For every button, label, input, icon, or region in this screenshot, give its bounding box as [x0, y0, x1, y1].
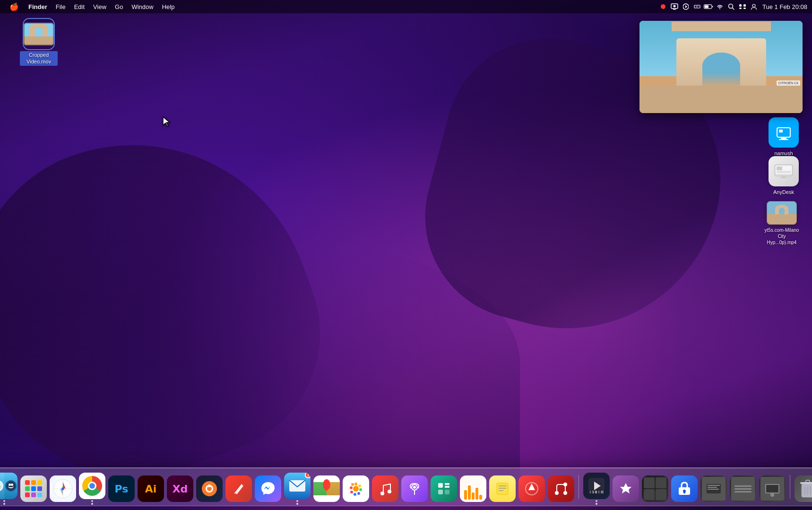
mail-icon[interactable]: 1 [284, 473, 311, 499]
notchbar-icon[interactable] [692, 2, 702, 11]
video-preview-window[interactable]: CITROËN C4 [639, 21, 803, 113]
trash-icon[interactable] [795, 475, 812, 502]
apple-menu[interactable]: 🍎 [5, 0, 24, 13]
screencontrol4-icon[interactable] [759, 475, 786, 502]
hill-decoration-center [95, 245, 520, 482]
battery-icon[interactable]: + [704, 2, 713, 11]
finder-icon[interactable] [0, 473, 17, 499]
dock-item-podcasts[interactable] [401, 475, 428, 502]
search-icon[interactable] [726, 2, 736, 11]
dock-item-activity[interactable] [460, 475, 486, 502]
svg-rect-58 [438, 490, 443, 494]
menubar-app-name[interactable]: Finder [25, 0, 51, 13]
dock-item-finder[interactable] [0, 473, 17, 502]
dock-item-proxytools[interactable] [613, 475, 639, 502]
activity-icon[interactable] [460, 475, 486, 502]
dock-item-screencontrol1[interactable] [642, 475, 668, 502]
git-icon[interactable] [548, 475, 574, 502]
dock-item-illustrator[interactable]: Ai [138, 475, 164, 502]
dock-item-safari[interactable] [50, 475, 76, 502]
photos-icon[interactable] [343, 475, 369, 502]
svg-rect-20 [777, 128, 790, 137]
maps-icon[interactable] [313, 475, 340, 502]
user-icon[interactable] [749, 2, 759, 11]
desktop-icon-anydesk[interactable]: AnyDesk [765, 156, 803, 196]
dock-item-launchpad[interactable] [20, 475, 47, 502]
svg-rect-16 [743, 4, 746, 7]
dock: Ps Ai Xd [0, 467, 812, 506]
menubar-edit[interactable]: Edit [70, 0, 88, 13]
music-icon[interactable] [372, 475, 398, 502]
dock-item-maps[interactable] [313, 475, 340, 502]
launchpad-icon[interactable] [20, 475, 47, 502]
messenger-icon[interactable] [255, 475, 281, 502]
desktop-icon-yt5s-video[interactable]: yt5s.com-Milano City Hyp...0p).mp4 [761, 201, 803, 246]
podcasts-icon[interactable] [401, 475, 428, 502]
menubar-help[interactable]: Help [158, 0, 179, 13]
dock-item-screencontrol4[interactable] [759, 475, 786, 502]
svg-rect-74 [589, 491, 591, 493]
dock-item-xd[interactable]: Xd [167, 475, 193, 502]
play-icon[interactable] [681, 2, 691, 11]
menubar-view[interactable]: View [89, 0, 110, 13]
svg-point-51 [388, 490, 391, 493]
svg-point-41 [353, 486, 359, 492]
dock-item-messenger[interactable] [255, 475, 281, 502]
notes-icon[interactable] [489, 475, 516, 502]
screencontrol3-icon[interactable] [730, 475, 756, 502]
control-center-icon[interactable] [738, 2, 747, 11]
screencontrol1-icon[interactable] [642, 475, 668, 502]
desktop-icon-namush[interactable]: namush [765, 117, 803, 157]
desktop-icon-cropped-video[interactable]: Cropped Video.mov [20, 19, 58, 66]
xd-icon[interactable]: Xd [167, 475, 193, 502]
dock-item-screencontrol3[interactable] [730, 475, 756, 502]
dock-item-git[interactable] [548, 475, 574, 502]
keychain-icon[interactable] [671, 475, 698, 502]
svg-rect-81 [683, 491, 685, 493]
chrome-inner [82, 476, 102, 496]
dock-item-keychain[interactable] [671, 475, 698, 502]
svg-point-50 [380, 492, 384, 495]
menubar-go[interactable]: Go [111, 0, 127, 13]
record-status-icon[interactable] [658, 2, 668, 11]
proxytools-icon[interactable] [613, 475, 639, 502]
menubar-file[interactable]: File [52, 0, 69, 13]
dock-item-numbers[interactable] [431, 475, 457, 502]
dock-item-pencil[interactable] [225, 475, 252, 502]
menubar-window[interactable]: Window [128, 0, 157, 13]
numbers-icon[interactable] [431, 475, 457, 502]
dock-dot-mail [296, 500, 298, 502]
dock-item-photos[interactable] [343, 475, 369, 502]
fcpx-icon[interactable] [583, 473, 610, 499]
dock-item-trash[interactable] [795, 475, 812, 502]
wifi-icon[interactable] [715, 2, 725, 11]
svg-rect-60 [497, 483, 508, 494]
dock-item-blender[interactable] [196, 475, 223, 502]
yt5s-video-icon-label: yt5s.com-Milano City Hyp...0p).mp4 [761, 227, 803, 246]
chrome-icon[interactable] [79, 473, 105, 499]
dock-item-notes[interactable] [489, 475, 516, 502]
dock-item-transmit[interactable] [518, 475, 545, 502]
svg-rect-27 [777, 171, 791, 173]
dock-item-photoshop[interactable]: Ps [108, 475, 135, 502]
svg-point-46 [354, 493, 356, 496]
dock-separator-2 [790, 475, 790, 499]
dock-item-chrome[interactable] [79, 473, 105, 502]
svg-rect-29 [778, 178, 789, 178]
svg-marker-65 [528, 484, 535, 490]
svg-point-0 [661, 4, 665, 9]
dock-item-music[interactable] [372, 475, 398, 502]
safari-icon[interactable] [50, 475, 76, 502]
dock-item-fcpx[interactable] [583, 473, 610, 502]
transmit-icon[interactable] [518, 475, 545, 502]
screencontrol2-icon[interactable] [700, 475, 727, 502]
photoshop-icon[interactable]: Ps [108, 475, 135, 502]
blender-icon[interactable] [196, 475, 223, 502]
dock-item-mail[interactable]: 1 [284, 473, 311, 502]
illustrator-icon[interactable]: Ai [138, 475, 164, 502]
svg-rect-56 [445, 483, 449, 485]
screen-record-icon[interactable] [670, 2, 679, 11]
dock-item-screencontrol2[interactable] [700, 475, 727, 502]
anydesk-icon-label: AnyDesk [772, 188, 795, 196]
pencil-icon[interactable] [225, 475, 252, 502]
